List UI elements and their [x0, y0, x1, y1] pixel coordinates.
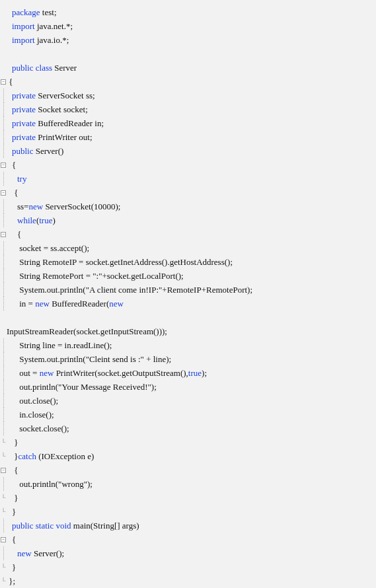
- code-token: System.out.println("A client come in!IP:…: [17, 285, 252, 295]
- keyword: new: [35, 299, 50, 309]
- keyword: true: [39, 215, 52, 225]
- keyword: public: [12, 146, 34, 156]
- fold-icon[interactable]: −: [0, 232, 7, 237]
- code-token: ): [52, 215, 55, 225]
- code-text: public class Server: [7, 61, 376, 75]
- code-token: socket = ss.accept();: [17, 243, 89, 253]
- keyword: try: [17, 174, 26, 184]
- code-line: [0, 47, 376, 61]
- code-token: (IOException e): [36, 451, 94, 461]
- code-line: in = new BufferedReader(new: [0, 297, 376, 311]
- code-line: new Server();: [0, 546, 376, 560]
- code-line: − {: [0, 75, 376, 89]
- code-text: package test;: [7, 5, 376, 19]
- code-line: InputStreamReader(socket.getInputStream(…: [0, 324, 376, 338]
- code-token: {: [12, 160, 16, 170]
- code-token: System.out.println("Cleint send is :" + …: [17, 354, 171, 364]
- keyword: public class: [12, 63, 52, 73]
- code-text: }: [7, 560, 376, 574]
- code-text: ss=new ServerSocket(10000);: [7, 200, 376, 213]
- code-token: java.net.*;: [35, 21, 73, 31]
- fold-end-icon: └: [0, 574, 7, 588]
- fold-icon[interactable]: −: [0, 79, 7, 85]
- code-line: └}: [0, 505, 376, 519]
- code-line: try: [0, 172, 376, 186]
- gutter: [0, 255, 7, 269]
- code-line: private BufferedReader in;: [0, 116, 376, 130]
- code-token: ss=: [17, 202, 28, 211]
- code-line: package test;: [0, 5, 376, 19]
- fold-icon[interactable]: −: [0, 468, 7, 473]
- code-line: System.out.println("A client come in!IP:…: [0, 283, 376, 297]
- code-line: └ };: [0, 574, 376, 588]
- code-text: {: [7, 227, 376, 241]
- code-token: }: [12, 507, 16, 517]
- code-text: {: [7, 463, 376, 477]
- code-editor: package test;import java.net.*;import ja…: [0, 5, 376, 588]
- gutter: [0, 366, 7, 380]
- code-text: in = new BufferedReader(new: [7, 297, 376, 311]
- code-line: in.close();: [0, 408, 376, 422]
- keyword: catch: [19, 451, 36, 461]
- keyword: new: [28, 202, 43, 211]
- code-text: public Server(): [7, 144, 376, 158]
- code-token: {: [17, 229, 21, 239]
- code-text: socket = ss.accept();: [7, 241, 376, 255]
- fold-end-icon: └: [0, 449, 7, 463]
- code-text: out.println("wrong");: [7, 477, 376, 491]
- code-text: private ServerSocket ss;: [7, 89, 376, 102]
- code-text: private BufferedReader in;: [7, 116, 376, 130]
- fold-end-icon: └: [0, 505, 7, 519]
- gutter: [0, 408, 7, 422]
- code-line: out.close();: [0, 394, 376, 408]
- code-token: }: [12, 437, 19, 447]
- gutter: [0, 380, 7, 394]
- gutter: [0, 297, 7, 311]
- code-line: private ServerSocket ss;: [0, 89, 376, 102]
- code-text: out.println("Your Message Received!");: [7, 380, 376, 394]
- code-text: {: [7, 75, 376, 89]
- code-line: out.println("Your Message Received!");: [0, 380, 376, 394]
- code-line: public class Server: [0, 61, 376, 75]
- gutter: [0, 422, 7, 435]
- code-token: out.close();: [17, 396, 58, 406]
- code-token: {: [12, 188, 19, 198]
- code-text: public static void main(String[] args): [7, 519, 376, 533]
- code-token: BufferedReader(: [50, 299, 109, 309]
- code-line: out = new PrintWriter(socket.getOutputSt…: [0, 366, 376, 380]
- code-token: out =: [17, 368, 40, 378]
- code-line: while(true): [0, 213, 376, 227]
- code-text: new Server();: [7, 546, 376, 560]
- code-line: out.println("wrong");: [0, 477, 376, 491]
- code-text: String RemoteIP = socket.getInetAddress(…: [7, 255, 376, 269]
- keyword: private: [12, 104, 36, 114]
- gutter: [0, 172, 7, 186]
- code-text: }catch (IOException e): [7, 449, 376, 463]
- keyword: import: [12, 35, 35, 45]
- fold-icon[interactable]: −: [0, 190, 7, 196]
- gutter: [0, 546, 7, 560]
- gutter: [0, 338, 7, 352]
- fold-icon[interactable]: −: [0, 163, 7, 168]
- keyword: private: [12, 132, 36, 142]
- code-text: }: [7, 505, 376, 519]
- code-line: public Server(): [0, 144, 376, 158]
- fold-end-icon: └: [0, 491, 7, 505]
- code-line: − {: [0, 463, 376, 477]
- code-token: main(String[] args): [71, 521, 139, 531]
- code-token: Server();: [32, 548, 64, 558]
- code-token: in.close();: [17, 410, 54, 420]
- code-token: out.println("wrong");: [17, 479, 93, 489]
- code-line: socket = ss.accept();: [0, 241, 376, 255]
- gutter: [0, 144, 7, 158]
- code-text: String line = in.readLine();: [7, 338, 376, 352]
- code-text: };: [7, 574, 376, 588]
- keyword: private: [12, 118, 36, 128]
- code-text: {: [7, 186, 376, 200]
- gutter: [0, 519, 7, 533]
- fold-icon[interactable]: −: [0, 537, 7, 542]
- code-text: System.out.println("A client come in!IP:…: [7, 283, 376, 297]
- code-line: └}: [0, 560, 376, 574]
- code-line: private Socket socket;: [0, 102, 376, 116]
- code-line: String line = in.readLine();: [0, 338, 376, 352]
